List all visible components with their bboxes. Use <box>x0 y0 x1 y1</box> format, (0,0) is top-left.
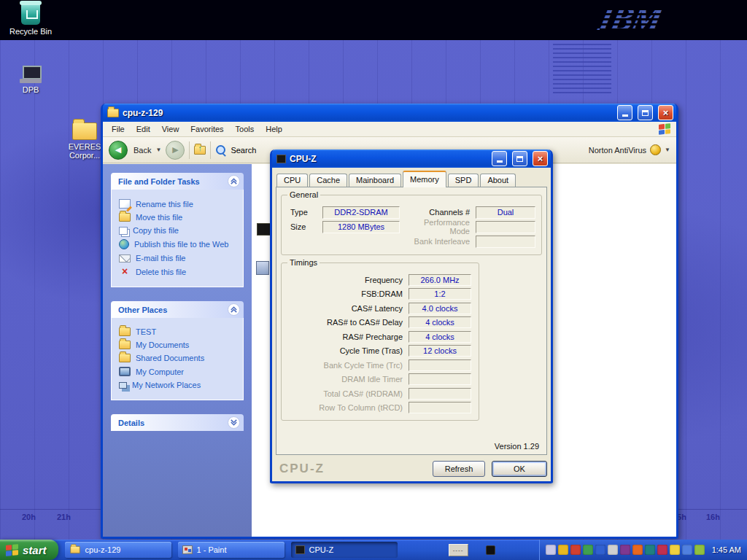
cpuz-titlebar[interactable]: CPU-Z × <box>272 149 551 168</box>
folder-icon <box>119 354 131 362</box>
task-delete-file[interactable]: × Delete this file <box>119 267 239 276</box>
taskbar-button-paint[interactable]: 1 - Paint <box>178 542 285 558</box>
menu-file[interactable]: File <box>106 123 131 135</box>
folder-icon <box>119 327 131 336</box>
desktop-icon-recycle-bin[interactable]: Recycle Bin <box>4 3 57 36</box>
pane-header-details[interactable]: Details <box>111 414 244 431</box>
forward-button[interactable]: ▶ <box>166 141 185 160</box>
norton-antivirus-control[interactable]: Norton AntiVirus ▼ <box>589 144 670 155</box>
search-icon <box>215 144 226 155</box>
taskbar-button-cpu-z-129[interactable]: cpu-z-129 <box>65 542 171 558</box>
cpuz-dialog: CPU-Z × CPU Cache Mainboard Memory SPD A… <box>270 149 553 483</box>
pane-title: Details <box>118 419 144 427</box>
dialog-title: CPU-Z <box>290 154 317 164</box>
tray-icon[interactable] <box>632 545 643 555</box>
task-move-file[interactable]: Move this file <box>119 213 239 222</box>
back-button[interactable]: ◀ <box>109 141 128 160</box>
ok-button[interactable]: OK <box>492 461 547 477</box>
folder-icon <box>70 546 80 553</box>
tray-icon[interactable] <box>645 545 655 555</box>
tab-spd[interactable]: SPD <box>448 174 479 187</box>
expand-button[interactable] <box>228 416 240 429</box>
place-test[interactable]: TEST <box>119 327 239 336</box>
computer-icon <box>119 367 131 376</box>
cpuz-icon <box>295 545 305 554</box>
task-copy-file[interactable]: Copy this file <box>119 226 239 235</box>
type-value-field: DDR2-SDRAM <box>322 206 400 219</box>
tray-icon[interactable] <box>670 545 680 555</box>
minimize-button[interactable] <box>492 151 507 166</box>
tray-icon[interactable] <box>694 545 705 555</box>
norton-label: Norton AntiVirus <box>589 146 646 155</box>
place-my-documents[interactable]: My Documents <box>119 341 239 349</box>
tray-icon[interactable] <box>583 545 593 555</box>
timing-label: Total CAS# (tRDRAM) <box>287 389 403 398</box>
task-label: E-mail this file <box>136 254 185 262</box>
search-button[interactable]: Search <box>231 146 256 155</box>
up-folder-button[interactable]: ↑ <box>194 146 206 155</box>
taskbar-button-cpuz[interactable]: CPU-Z <box>291 542 398 558</box>
norton-dropdown-icon: ▼ <box>665 147 670 153</box>
refresh-button[interactable]: Refresh <box>433 461 485 477</box>
back-label[interactable]: Back <box>133 146 151 155</box>
groupbox-title: General <box>287 190 320 199</box>
move-icon <box>119 213 131 222</box>
task-publish-file[interactable]: Publish this file to the Web <box>119 239 239 249</box>
tab-about[interactable]: About <box>480 174 516 187</box>
tray-icon[interactable] <box>608 545 618 555</box>
maximize-button[interactable] <box>512 151 527 166</box>
taskbar-clock[interactable]: 1:45 AM <box>712 545 741 554</box>
place-my-network-places[interactable]: My Network Places <box>119 381 239 389</box>
tab-cpu[interactable]: CPU <box>276 174 308 187</box>
menu-help[interactable]: Help <box>260 123 288 135</box>
tab-cache[interactable]: Cache <box>309 174 347 187</box>
menu-view[interactable]: View <box>156 123 185 135</box>
tab-mainboard[interactable]: Mainboard <box>349 174 401 187</box>
chevron-up-icon <box>230 306 238 314</box>
timing-label: Row To Column (tRCD) <box>287 403 403 412</box>
file-icon[interactable] <box>256 261 269 275</box>
place-shared-documents[interactable]: Shared Documents <box>119 354 239 362</box>
system-tray: 1:45 AM <box>539 540 747 560</box>
pane-header-file-tasks[interactable]: File and Folder Tasks <box>111 173 244 190</box>
timezone-label: 21h <box>57 513 71 521</box>
tray-icon[interactable] <box>570 545 581 555</box>
back-dropdown-icon[interactable]: ▼ <box>155 147 161 153</box>
tray-icon[interactable] <box>595 545 605 555</box>
minimize-button[interactable] <box>617 105 632 120</box>
collapse-button[interactable] <box>228 175 240 187</box>
tray-icon[interactable] <box>657 545 667 555</box>
rename-icon <box>119 199 131 209</box>
tray-icon[interactable] <box>558 545 568 555</box>
taskbar-item-icon[interactable] <box>486 545 495 555</box>
close-button[interactable]: × <box>658 105 673 120</box>
cpuz-file-icon[interactable] <box>257 223 271 236</box>
menu-favorites[interactable]: Favorites <box>185 123 229 135</box>
pane-header-other-places[interactable]: Other Places <box>111 301 244 318</box>
menu-tools[interactable]: Tools <box>230 123 260 135</box>
tab-memory[interactable]: Memory <box>403 171 446 187</box>
taskbar-mini-button[interactable]: ---- <box>449 544 468 556</box>
close-button[interactable]: × <box>533 151 548 166</box>
tray-icon[interactable] <box>682 545 692 555</box>
wallpaper-stripes <box>553 44 611 96</box>
timezone-label: 20h <box>22 513 36 521</box>
timing-label: FSB:DRAM <box>287 289 403 298</box>
collapse-button[interactable] <box>228 303 240 316</box>
start-button[interactable]: start <box>0 540 58 560</box>
toolbar-separator <box>189 141 190 159</box>
menu-bar: File Edit View Favorites Tools Help <box>103 122 676 137</box>
maximize-button[interactable] <box>638 105 653 120</box>
tray-icon[interactable] <box>620 545 630 555</box>
timezone-label: 16h <box>706 513 720 521</box>
place-my-computer[interactable]: My Computer <box>119 367 239 376</box>
tray-icon[interactable] <box>546 545 556 555</box>
pane-title: File and Folder Tasks <box>118 177 200 186</box>
menu-edit[interactable]: Edit <box>131 123 156 135</box>
desktop-icon-dpb[interactable]: DPB <box>4 66 57 94</box>
icon-label: EVERES Corpor... <box>69 142 101 160</box>
task-rename-file[interactable]: Rename this file <box>119 199 239 209</box>
task-email-file[interactable]: E-mail this file <box>119 254 239 262</box>
task-label: cpu-z-129 <box>85 545 121 554</box>
explorer-titlebar[interactable]: cpu-z-129 × <box>103 104 676 122</box>
